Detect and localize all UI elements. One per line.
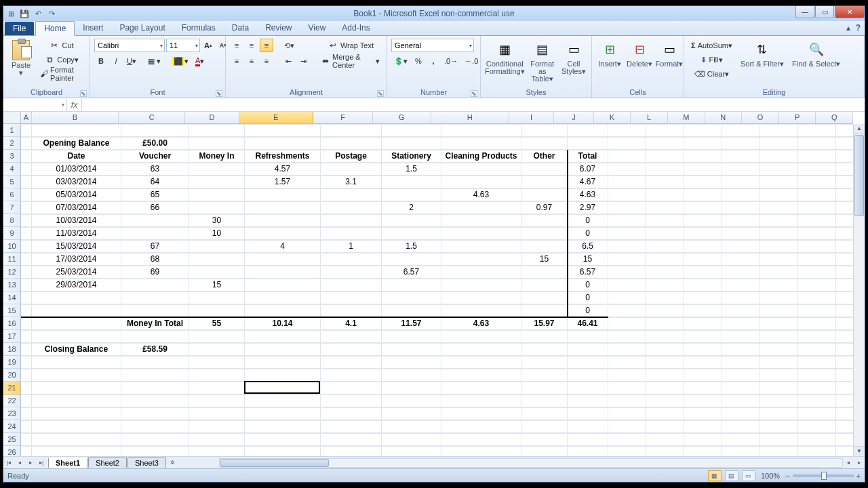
cell-B8[interactable]: 10/03/2014 (32, 214, 121, 227)
cell-D13[interactable]: 15 (189, 279, 245, 291)
increase-font-button[interactable]: A▴ (201, 39, 215, 52)
decrease-indent-button[interactable]: ⇤ (281, 54, 295, 68)
tab-data[interactable]: Data (224, 21, 257, 35)
number-dialog-launcher[interactable]: ⬊ (471, 90, 477, 97)
cell-I11[interactable]: 15 (521, 253, 568, 266)
orientation-button[interactable]: ⟲▾ (281, 39, 297, 52)
cell-J15[interactable]: 0 (568, 304, 608, 317)
cell-C6[interactable]: 65 (121, 188, 189, 201)
cell-B9[interactable]: 11/03/2014 (32, 227, 121, 240)
save-icon[interactable]: 💾 (18, 7, 31, 20)
scroll-up-arrow[interactable]: ▲ (854, 124, 865, 134)
cell-B18[interactable]: Closing Balance (32, 343, 121, 356)
cell-F5[interactable]: 3.1 (321, 176, 382, 188)
find-select-button[interactable]: 🔍Find & Select▾ (789, 39, 843, 69)
row-header-21[interactable]: 21 (3, 382, 20, 394)
cell-styles-button[interactable]: ▭Cell Styles▾ (560, 39, 587, 77)
cell-C10[interactable]: 67 (121, 240, 189, 253)
wrap-text-button[interactable]: ↩ Wrap Text (319, 39, 382, 52)
cell-I7[interactable]: 0.97 (521, 201, 568, 214)
bold-button[interactable]: B (94, 54, 108, 68)
cell-H16[interactable]: 4.63 (441, 317, 521, 330)
sheet-tab-sheet3[interactable]: Sheet3 (127, 458, 166, 468)
percent-button[interactable]: % (412, 54, 425, 68)
column-header-O[interactable]: O (742, 112, 779, 123)
row-header-16[interactable]: 16 (3, 317, 20, 330)
row-header-1[interactable]: 1 (3, 124, 20, 137)
normal-view-button[interactable]: ▦ (708, 470, 722, 481)
fill-color-button[interactable]: ⬛▾ (170, 54, 191, 68)
column-header-J[interactable]: J (554, 112, 594, 123)
tab-formulas[interactable]: Formulas (174, 21, 224, 35)
file-tab[interactable]: File (5, 22, 34, 35)
sheet-nav-next[interactable]: ▸ (25, 458, 36, 468)
row-header-4[interactable]: 4 (3, 163, 20, 176)
column-header-L[interactable]: L (631, 112, 668, 123)
paste-button[interactable]: Paste ▾ (7, 39, 35, 78)
column-header-H[interactable]: H (431, 112, 509, 123)
cell-B5[interactable]: 03/03/2014 (32, 176, 121, 188)
row-header-19[interactable]: 19 (3, 356, 20, 369)
cell-C12[interactable]: 69 (121, 266, 189, 279)
underline-button[interactable]: U ▾ (124, 54, 139, 68)
format-as-table-button[interactable]: ▤Format as Table▾ (527, 39, 557, 84)
cell-C5[interactable]: 64 (121, 176, 189, 188)
cell-D3[interactable]: Money In (189, 150, 245, 163)
row-header-26[interactable]: 26 (3, 446, 20, 456)
cell-F10[interactable]: 1 (321, 240, 382, 253)
cell-B12[interactable]: 25/03/2014 (32, 266, 121, 279)
cell-E5[interactable]: 1.57 (245, 176, 321, 188)
zoom-slider[interactable] (793, 474, 854, 477)
formula-input[interactable] (82, 98, 865, 111)
row-header-10[interactable]: 10 (3, 240, 20, 253)
row-header-22[interactable]: 22 (3, 394, 20, 407)
column-header-B[interactable]: B (32, 112, 119, 123)
column-header-P[interactable]: P (779, 112, 816, 123)
select-all-button[interactable] (3, 112, 21, 124)
align-right-button[interactable]: ≡ (260, 54, 273, 68)
cell-G7[interactable]: 2 (382, 201, 441, 214)
tab-insert[interactable]: Insert (75, 21, 111, 35)
column-header-F[interactable]: F (313, 112, 373, 123)
cell-B11[interactable]: 17/03/2014 (32, 253, 121, 266)
align-left-button[interactable]: ≡ (230, 54, 243, 68)
cell-J6[interactable]: 4.63 (568, 188, 608, 201)
cell-H3[interactable]: Cleaning Products (441, 150, 521, 163)
row-header-20[interactable]: 20 (3, 369, 20, 382)
row-header-3[interactable]: 3 (3, 150, 20, 163)
cell-B6[interactable]: 05/03/2014 (32, 188, 121, 201)
row-header-11[interactable]: 11 (3, 253, 20, 266)
merge-center-button[interactable]: ⬌ Merge & Center ▾ (319, 54, 382, 68)
horizontal-scrollbar[interactable] (219, 458, 843, 468)
clipboard-dialog-launcher[interactable]: ⬊ (80, 90, 87, 97)
cell-F3[interactable]: Postage (321, 150, 382, 163)
sheet-nav-last[interactable]: ▸| (36, 458, 47, 468)
cells-viewport[interactable]: Opening Balance£50.00DateVoucherMoney In… (21, 124, 853, 456)
number-format-combo[interactable]: General (391, 39, 474, 52)
zoom-level[interactable]: 100% (761, 472, 780, 480)
name-box[interactable] (3, 98, 67, 111)
row-header-24[interactable]: 24 (3, 420, 20, 433)
delete-cells-button[interactable]: ⊟Delete▾ (626, 39, 653, 69)
vertical-scroll-thumb[interactable] (854, 135, 864, 216)
column-header-N[interactable]: N (705, 112, 743, 123)
cell-D8[interactable]: 30 (189, 214, 245, 227)
fx-button[interactable]: fx (67, 98, 82, 111)
tab-review[interactable]: Review (257, 21, 300, 35)
close-button[interactable]: ✕ (835, 6, 865, 18)
cell-D16[interactable]: 55 (189, 317, 245, 330)
cell-J4[interactable]: 6.07 (568, 163, 608, 176)
column-header-C[interactable]: C (119, 112, 185, 123)
row-header-25[interactable]: 25 (3, 433, 20, 446)
column-header-A[interactable]: A (21, 112, 32, 123)
sheet-nav-prev[interactable]: ◂ (14, 458, 25, 468)
comma-button[interactable]: , (427, 54, 440, 68)
row-header-17[interactable]: 17 (3, 330, 20, 343)
cell-G3[interactable]: Stationery (382, 150, 441, 163)
cell-B7[interactable]: 07/03/2014 (32, 201, 121, 214)
cell-E16[interactable]: 10.14 (245, 317, 321, 330)
new-sheet-button[interactable]: ✲ (167, 458, 178, 468)
scroll-left-arrow[interactable]: ◂ (843, 458, 854, 468)
row-header-6[interactable]: 6 (3, 188, 20, 201)
column-header-Q[interactable]: Q (816, 112, 853, 123)
